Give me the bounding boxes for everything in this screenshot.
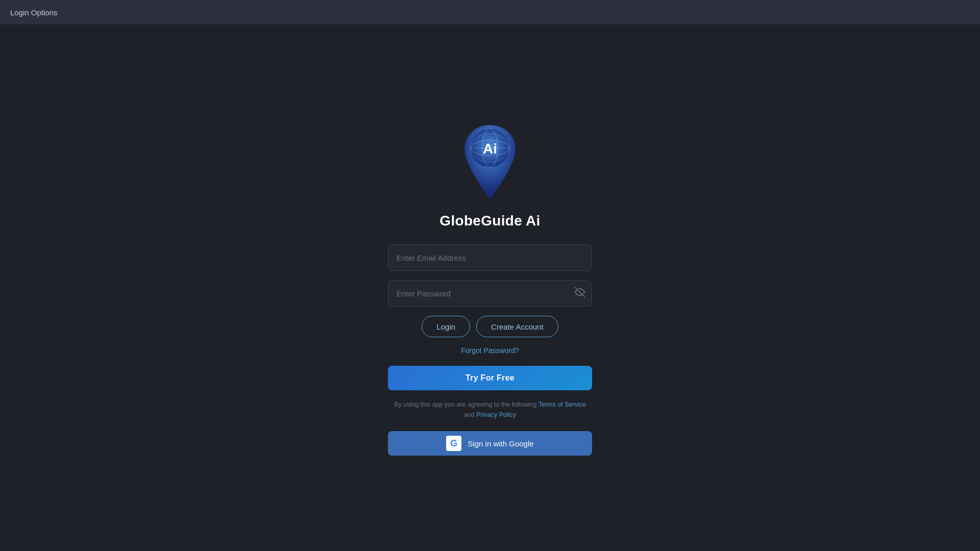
google-signin-button[interactable]: G Sign in with Google	[388, 431, 592, 456]
email-input-wrapper	[388, 244, 592, 271]
privacy-policy-link[interactable]: Privacy Policy	[476, 411, 516, 418]
password-input-wrapper	[388, 280, 592, 307]
try-for-free-button[interactable]: Try For Free	[388, 366, 592, 390]
terms-and: and	[464, 411, 476, 418]
main-content: Ai GlobeGuide Ai Login Create Accoun	[0, 24, 980, 551]
email-input[interactable]	[388, 244, 592, 271]
top-bar-title: Login Options	[10, 8, 58, 17]
terms-text: By using this app you are agreeing to th…	[388, 399, 592, 420]
google-signin-label: Sign in with Google	[468, 439, 533, 448]
buttons-row: Login Create Account	[388, 316, 592, 337]
login-button[interactable]: Login	[422, 316, 470, 337]
terms-of-service-link[interactable]: Terms of Service	[538, 401, 586, 408]
toggle-password-icon[interactable]	[575, 287, 585, 300]
app-title: GlobeGuide Ai	[439, 213, 540, 229]
google-icon: G	[450, 438, 457, 449]
google-icon-box: G	[446, 436, 461, 451]
logo-container: Ai	[459, 120, 521, 204]
password-input[interactable]	[388, 280, 592, 307]
create-account-button[interactable]: Create Account	[476, 316, 558, 337]
top-bar: Login Options	[0, 0, 980, 24]
svg-text:Ai: Ai	[483, 141, 497, 157]
forgot-password-link[interactable]: Forgot Password?	[461, 346, 519, 355]
app-logo: Ai	[459, 120, 521, 202]
terms-prefix: By using this app you are agreeing to th…	[394, 401, 538, 408]
login-form: Login Create Account Forgot Password? Tr…	[388, 244, 592, 456]
